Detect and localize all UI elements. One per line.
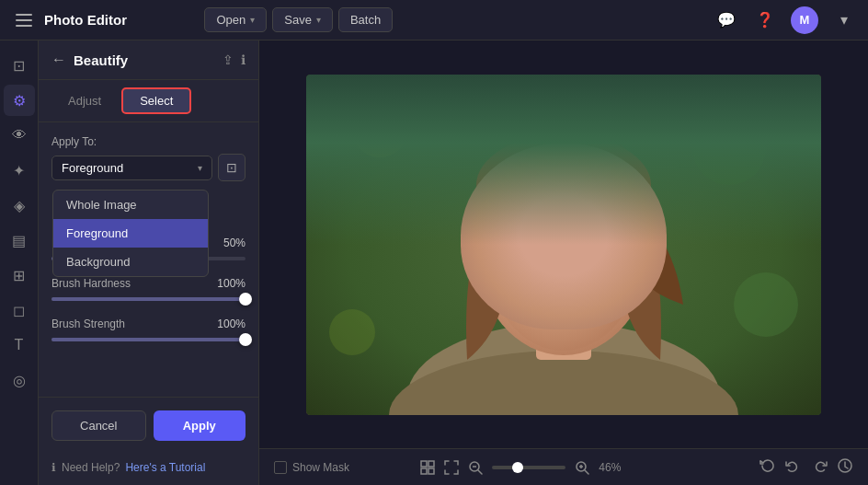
zoom-out-icon[interactable] (468, 460, 483, 475)
svg-point-15 (537, 253, 541, 257)
fit-screen-icon[interactable] (420, 460, 435, 475)
help-row: ℹ Need Help? Here's a Tutorial (39, 454, 258, 485)
svg-point-17 (583, 249, 600, 264)
tab-adjust[interactable]: Adjust (51, 87, 118, 114)
show-mask-checkbox[interactable] (274, 461, 287, 474)
main-area: ⊡ ⚙ 👁 ✦ ◈ ▤ ⊞ ◻ T ◎ ← Beautify ⇪ ℹ Adjus… (0, 40, 868, 485)
svg-rect-25 (428, 461, 434, 467)
avatar[interactable]: M (791, 6, 818, 34)
fit-image-icon[interactable] (444, 460, 459, 475)
batch-button[interactable]: Batch (338, 7, 393, 32)
svg-rect-27 (428, 468, 434, 474)
svg-point-20 (535, 280, 538, 283)
tab-select[interactable]: Select (121, 87, 191, 114)
photo-frame (306, 75, 821, 415)
topbar: Photo Editor Open ▾ Save ▾ Batch 💬 ❓ M ▾ (0, 0, 868, 40)
sidebar-watermark-icon[interactable]: ◎ (4, 364, 35, 396)
help-icon[interactable]: ❓ (752, 7, 778, 33)
svg-point-16 (578, 248, 604, 265)
history-icon[interactable] (837, 457, 853, 477)
brush-size-value: 50% (223, 237, 246, 249)
apply-to-value: Foreground (62, 161, 123, 175)
sidebar-filter-icon[interactable]: ◈ (4, 190, 35, 221)
help-info-icon: ℹ (51, 461, 56, 474)
undo-icon[interactable] (785, 457, 802, 477)
dropdown-chevron-icon[interactable]: ▾ (831, 7, 857, 33)
icon-sidebar: ⊡ ⚙ 👁 ✦ ◈ ▤ ⊞ ◻ T ◎ (0, 40, 39, 485)
save-button[interactable]: Save ▾ (272, 7, 333, 32)
svg-point-14 (531, 252, 541, 261)
svg-point-2 (692, 111, 766, 185)
sidebar-brush-icon[interactable]: ✦ (4, 155, 35, 186)
open-button[interactable]: Open ▾ (204, 7, 267, 32)
show-mask-label: Show Mask (292, 461, 349, 474)
dropdown-item-whole-image[interactable]: Whole Image (53, 191, 208, 219)
back-button[interactable]: ← (51, 52, 66, 68)
brush-hardness-thumb[interactable] (239, 293, 252, 306)
help-text: Need Help? (62, 461, 120, 474)
topbar-center: Open ▾ Save ▾ Batch (204, 7, 393, 32)
zoom-in-icon[interactable] (575, 460, 589, 475)
redo-icon[interactable] (811, 457, 828, 477)
brush-strength-fill (51, 338, 246, 341)
sidebar-object-icon[interactable]: ◻ (4, 294, 35, 326)
svg-point-21 (544, 275, 546, 277)
svg-line-30 (478, 470, 482, 474)
brush-strength-row: Brush Strength 100% (51, 318, 246, 341)
sidebar-layers-icon[interactable]: ▤ (4, 225, 35, 256)
svg-point-1 (352, 102, 407, 157)
brush-strength-track[interactable] (51, 338, 246, 341)
brush-strength-label: Brush Strength (51, 318, 125, 330)
sidebar-crop-icon[interactable]: ⊡ (4, 50, 35, 81)
apply-button[interactable]: Apply (154, 410, 246, 441)
dropdown-item-background[interactable]: Background (53, 248, 208, 276)
brush-hardness-row: Brush Hardness 100% (51, 277, 246, 301)
zoom-slider[interactable] (492, 466, 565, 469)
selection-tool-icon[interactable]: ⊡ (218, 154, 246, 181)
comment-icon[interactable]: 💬 (714, 7, 739, 33)
svg-point-8 (476, 144, 651, 355)
apply-to-dropdown[interactable]: Foreground ▾ Whole Image Foreground Back… (51, 156, 212, 180)
canvas-area: Show Mask (259, 40, 868, 485)
photo-placeholder (306, 75, 821, 415)
menu-icon[interactable] (11, 7, 37, 33)
dropdown-menu: Whole Image Foreground Background (52, 190, 209, 277)
svg-point-22 (581, 277, 584, 280)
panel-buttons: Cancel Apply (39, 397, 258, 454)
bottom-bar: Show Mask (259, 448, 868, 485)
brush-strength-thumb[interactable] (239, 333, 252, 346)
brush-strength-value: 100% (217, 318, 246, 330)
svg-point-18 (587, 252, 596, 261)
brush-hardness-label: Brush Hardness (51, 277, 131, 290)
sidebar-eye-icon[interactable]: 👁 (4, 120, 35, 151)
svg-point-10 (488, 167, 639, 351)
bottom-right-actions (760, 457, 853, 477)
dropdown-item-foreground[interactable]: Foreground (53, 219, 208, 248)
apply-to-label: Apply To: (51, 135, 246, 148)
topbar-left: Photo Editor (11, 7, 127, 33)
canvas-content (259, 40, 868, 448)
zoom-thumb (512, 462, 523, 473)
sidebar-grid-icon[interactable]: ⊞ (4, 260, 35, 291)
reset-icon[interactable] (760, 457, 776, 477)
panel-title: Beautify (74, 52, 215, 68)
svg-point-12 (523, 248, 549, 265)
cancel-button[interactable]: Cancel (51, 410, 146, 441)
svg-point-13 (528, 249, 544, 264)
sidebar-text-icon[interactable]: T (4, 329, 35, 361)
dropdown-chevron-icon: ▾ (198, 163, 202, 173)
svg-rect-24 (421, 461, 427, 467)
svg-rect-26 (421, 468, 427, 474)
svg-point-11 (476, 134, 651, 236)
brush-hardness-fill (51, 297, 246, 301)
panel-share-icon[interactable]: ⇪ (223, 52, 234, 67)
brush-hardness-track[interactable] (51, 297, 246, 301)
app-title: Photo Editor (44, 12, 127, 28)
topbar-right: 💬 ❓ M ▾ (714, 6, 857, 34)
svg-point-3 (734, 272, 798, 337)
panel-info-icon[interactable]: ℹ (241, 52, 246, 67)
tutorial-link[interactable]: Here's a Tutorial (125, 461, 205, 474)
sidebar-adjust-icon[interactable]: ⚙ (4, 85, 35, 116)
zoom-value: 46% (599, 461, 628, 474)
brush-hardness-value: 100% (217, 277, 246, 290)
